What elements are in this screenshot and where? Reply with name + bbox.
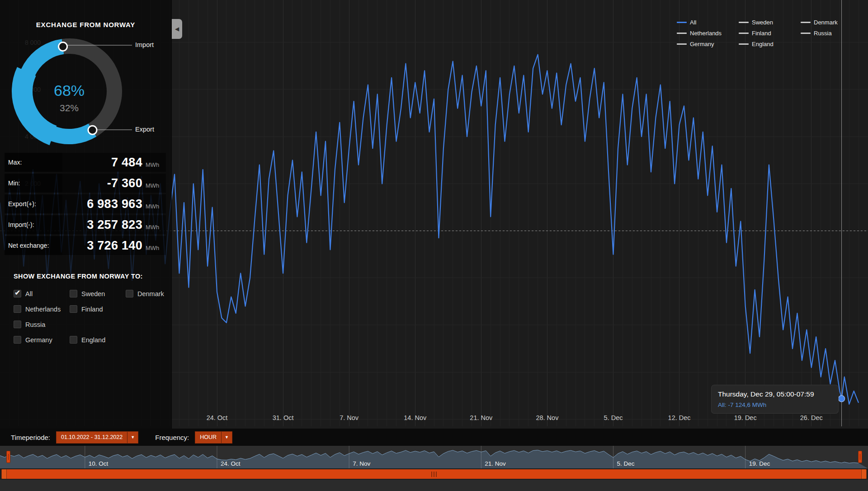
filter-label: Russia <box>25 321 45 328</box>
bottom-filler <box>0 480 868 491</box>
checkbox-unchecked[interactable] <box>14 336 21 344</box>
timeperiod-value: 01.10.2022 - 31.12.2022 <box>57 432 127 443</box>
navigator-minichart: 10. Oct24. Oct7. Nov21. Nov5. Dec19. Dec <box>0 446 868 468</box>
legend-label: Denmark <box>814 19 838 26</box>
x-tick-label: 7. Nov <box>340 414 359 421</box>
checkbox-unchecked[interactable] <box>126 290 133 297</box>
stat-value: 6 983 963 <box>62 197 142 211</box>
checkmark-icon: ✔ <box>14 288 20 297</box>
filter-checkbox-germany[interactable]: Germany <box>14 336 70 344</box>
range-handle-right[interactable] <box>858 451 862 463</box>
stat-label: Min: <box>5 174 62 193</box>
legend-item-netherlands[interactable]: Netherlands <box>677 29 739 38</box>
legend-label: Sweden <box>752 19 773 26</box>
filter-label: All <box>25 290 33 297</box>
stat-unit: MWh <box>142 203 166 210</box>
range-handle-left[interactable] <box>6 451 10 463</box>
legend-item-germany[interactable]: Germany <box>677 40 739 48</box>
stat-value: 3 726 140 <box>62 239 142 253</box>
filter-checkbox-denmark[interactable]: Denmark <box>126 290 171 297</box>
checkbox-unchecked[interactable] <box>70 305 77 313</box>
x-tick-label: 26. Dec <box>800 414 823 421</box>
frequency-dropdown[interactable]: HOUR ▼ <box>195 431 232 444</box>
stat-unit: MWh <box>142 224 166 231</box>
dropdown-arrow-icon[interactable]: ▼ <box>221 432 232 443</box>
donut-arc-highlight <box>22 71 53 136</box>
donut-export-label: Export <box>135 126 154 133</box>
stat-row: Net exchange:3 726 140MWh <box>5 236 166 255</box>
x-tick-label: 19. Dec <box>734 414 757 421</box>
frequency-value: HOUR <box>195 432 221 443</box>
legend-item-russia[interactable]: Russia <box>801 29 863 38</box>
stat-label: Max: <box>5 153 62 172</box>
tooltip-value: All: -7 124,6 MWh <box>718 401 832 408</box>
navigator-area <box>0 450 868 469</box>
legend-item-sweden[interactable]: Sweden <box>739 18 801 27</box>
stat-value: 7 484 <box>62 156 142 170</box>
checkbox-unchecked[interactable] <box>14 321 21 328</box>
timeline-scrollbar-track[interactable] <box>0 468 868 480</box>
stat-unit: MWh <box>142 161 166 168</box>
stat-label: Net exchange: <box>5 236 62 255</box>
stat-row: Import(-):3 257 823MWh <box>5 215 166 234</box>
filter-checkbox-russia[interactable]: Russia <box>14 321 70 328</box>
legend-item-england[interactable]: England <box>739 40 801 48</box>
stats-table: Max:7 484MWhMin:-7 360MWhExport(+):6 983… <box>0 153 171 257</box>
legend-item-denmark[interactable]: Denmark <box>801 18 863 27</box>
stat-value: 3 257 823 <box>62 218 142 232</box>
filter-label: England <box>81 336 105 344</box>
filters-grid: ✔AllSwedenDenmarkNetherlandsFinlandRussi… <box>0 290 171 344</box>
filter-label: Finland <box>81 306 103 313</box>
sidebar-collapse-button[interactable]: ◀ <box>172 19 182 39</box>
navigator-tick-label: 10. Oct <box>89 460 108 467</box>
legend-label: Netherlands <box>690 30 722 37</box>
filters-section: SHOW EXCHANGE FROM NORWAY TO: ✔AllSweden… <box>0 273 171 344</box>
tooltip-date: Thursday, Dec 29, 05:00-07:59 <box>718 390 832 398</box>
donut-secondary-pct: 32% <box>60 103 79 113</box>
donut-chart: 68% 32% Import Export <box>0 0 172 150</box>
scrollbar-right-cap[interactable] <box>861 469 867 479</box>
crosshair-dot <box>839 396 845 402</box>
x-tick-label: 21. Nov <box>470 414 493 421</box>
timeperiod-dropdown[interactable]: 01.10.2022 - 31.12.2022 ▼ <box>56 431 138 444</box>
legend-dash-icon <box>677 43 687 45</box>
legend-dash-icon <box>677 22 687 23</box>
checkbox-unchecked[interactable] <box>14 305 21 313</box>
legend-dash-icon <box>677 33 687 34</box>
checkbox-unchecked[interactable] <box>70 336 77 344</box>
legend-label: Russia <box>814 30 832 37</box>
controls-bar: Timeperiode: 01.10.2022 - 31.12.2022 ▼ F… <box>0 429 868 446</box>
scrollbar-left-cap[interactable] <box>1 469 7 479</box>
x-tick-label: 28. Nov <box>536 414 559 421</box>
timeline-scrollbar-thumb[interactable] <box>1 469 867 479</box>
stat-label: Export(+): <box>5 194 62 213</box>
export-marker[interactable] <box>88 126 97 134</box>
stat-value: -7 360 <box>62 176 142 190</box>
frequency-label: Frequency: <box>155 434 189 441</box>
filter-checkbox-sweden[interactable]: Sweden <box>70 290 126 297</box>
filter-checkbox-netherlands[interactable]: Netherlands <box>14 305 70 313</box>
checkbox-unchecked[interactable] <box>70 290 77 297</box>
sidebar: EXCHANGE FROM NORWAY 68% 32% Import Expo… <box>0 0 172 429</box>
filter-label: Netherlands <box>25 306 61 313</box>
scrollbar-grip-icon <box>431 472 437 477</box>
x-tick-label: 12. Dec <box>668 414 691 421</box>
timeline-navigator[interactable]: 10. Oct24. Oct7. Nov21. Nov5. Dec19. Dec <box>0 446 868 468</box>
dropdown-arrow-icon[interactable]: ▼ <box>127 432 138 443</box>
filter-checkbox-all[interactable]: ✔All <box>14 290 70 297</box>
filter-label: Germany <box>25 336 52 344</box>
legend-dash-icon <box>739 43 749 45</box>
stat-label: Import(-): <box>5 215 62 234</box>
filter-checkbox-england[interactable]: England <box>70 336 126 344</box>
checkbox-checked[interactable]: ✔ <box>14 290 21 297</box>
stat-unit: MWh <box>142 182 166 189</box>
navigator-tick-label: 7. Nov <box>353 460 370 467</box>
legend-item-all[interactable]: All <box>677 18 739 27</box>
stat-row: Min:-7 360MWh <box>5 174 166 193</box>
legend-label: England <box>752 41 774 47</box>
x-tick-label: 31. Oct <box>273 414 294 421</box>
import-marker[interactable] <box>59 42 67 51</box>
filter-checkbox-finland[interactable]: Finland <box>70 305 126 313</box>
filter-label: Denmark <box>137 290 164 297</box>
legend-item-finland[interactable]: Finland <box>739 29 801 38</box>
